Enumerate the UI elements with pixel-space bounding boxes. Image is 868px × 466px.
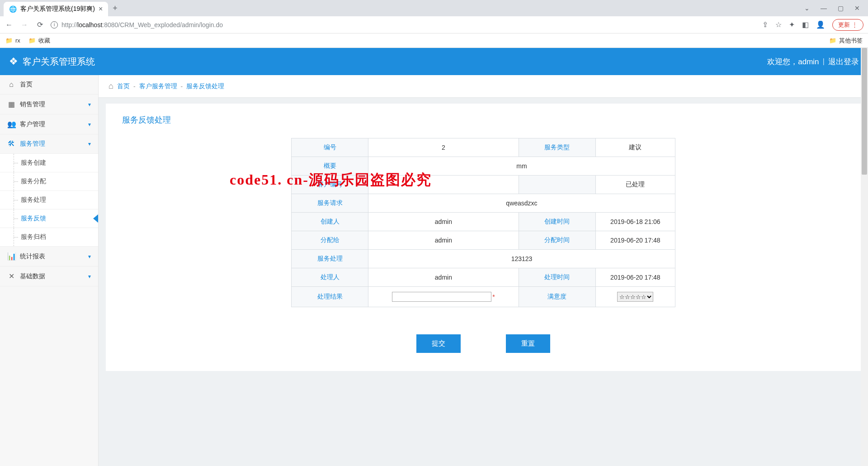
reset-button[interactable]: 重置 (506, 334, 550, 353)
update-button[interactable]: 更新⋮ (832, 19, 863, 31)
bookmark-rx[interactable]: 📁rx (5, 37, 20, 44)
sidepanel-icon[interactable]: ◧ (802, 20, 809, 29)
submenu-service: 服务创建 服务分配 服务处理 服务反馈 服务归档 (0, 154, 98, 247)
table-row: 客户编号 已处理 (292, 176, 675, 194)
chart-icon: 📊 (7, 252, 15, 261)
table-row: 服务请求 qweasdzxc (292, 194, 675, 213)
value-assign-to: admin (368, 231, 519, 250)
sub-item-label: 服务反馈 (21, 214, 46, 223)
share-icon[interactable]: ⇪ (762, 20, 768, 29)
close-tab-icon[interactable]: × (99, 5, 103, 13)
label-id: 编号 (292, 138, 368, 157)
sub-item-process[interactable]: 服务处理 (0, 191, 98, 209)
profile-icon[interactable]: 👤 (816, 20, 825, 29)
table-row: 处理人 admin 处理时间 2019-06-20 17:48 (292, 268, 675, 287)
label-create-time: 创建时间 (519, 213, 595, 231)
scrollbar-thumb[interactable] (862, 48, 867, 175)
value-type: 建议 (595, 138, 675, 157)
label-status (519, 176, 595, 194)
sidebar-item-base[interactable]: ✕ 基础数据 ▾ (0, 266, 98, 286)
url-text: http://localhost:8080/CRM_Web_exploded/a… (61, 21, 223, 29)
separator: - (181, 83, 183, 90)
other-bookmarks[interactable]: 📁其他书签 (829, 37, 863, 45)
reload-button[interactable]: ⟳ (35, 20, 44, 29)
sub-item-assign[interactable]: 服务分配 (0, 172, 98, 191)
table-row: 服务处理 123123 (292, 250, 675, 268)
home-icon: ⌂ (7, 81, 15, 89)
sidebar-item-customer[interactable]: 👥 客户管理 ▾ (0, 114, 98, 134)
active-marker-icon (93, 214, 99, 223)
breadcrumb-l2[interactable]: 客户服务管理 (139, 82, 177, 90)
close-window-icon[interactable]: ✕ (854, 5, 860, 12)
site-info-icon[interactable]: i (51, 21, 58, 29)
result-input[interactable] (392, 292, 491, 302)
sidebar-item-label: 客户管理 (20, 120, 45, 128)
sub-item-label: 服务处理 (21, 196, 46, 204)
value-process: 123123 (368, 250, 675, 268)
folder-icon: 📁 (5, 37, 13, 44)
bookmark-fav[interactable]: 📁收藏 (28, 37, 50, 45)
sub-item-label: 服务分配 (21, 177, 46, 185)
sub-item-feedback[interactable]: 服务反馈 (0, 209, 98, 228)
sidebar-item-label: 销售管理 (20, 100, 45, 109)
breadcrumb-home[interactable]: 首页 (117, 82, 130, 90)
sidebar-item-stats[interactable]: 📊 统计报表 ▾ (0, 247, 98, 266)
divider: | (823, 57, 825, 66)
app-header: ❖ 客户关系管理系统 欢迎您，admin | 退出登录 (0, 48, 868, 75)
sub-item-create[interactable]: 服务创建 (0, 154, 98, 172)
required-marker: * (492, 293, 495, 300)
value-status: 已处理 (595, 176, 675, 194)
sub-item-label: 服务归档 (21, 233, 46, 241)
table-row: 分配给 admin 分配时间 2019-06-20 17:48 (292, 231, 675, 250)
value-process-time: 2019-06-20 17:48 (595, 268, 675, 287)
folder-icon: 📁 (28, 37, 36, 44)
label-summary: 概要 (292, 157, 368, 176)
sidebar: ⌂ 首页 ▦ 销售管理 ▾ 👥 客户管理 ▾ 🛠 服务管理 ▾ 服务创建 服务分… (0, 75, 99, 466)
minimize-icon[interactable]: — (821, 5, 827, 12)
chevron-down-icon: ▾ (88, 141, 91, 147)
label-result: 处理结果 (292, 287, 368, 307)
forward-button[interactable]: → (20, 21, 29, 29)
label-creator: 创建人 (292, 213, 368, 231)
breadcrumb-l3[interactable]: 服务反馈处理 (186, 82, 224, 90)
maximize-icon[interactable]: ▢ (838, 5, 844, 12)
extensions-icon[interactable]: ✦ (789, 20, 795, 29)
separator: - (133, 83, 136, 90)
new-tab-button[interactable]: + (113, 4, 118, 13)
label-processor: 处理人 (292, 268, 368, 287)
sidebar-item-label: 首页 (20, 81, 33, 89)
label-process-time: 处理时间 (519, 268, 595, 287)
sidebar-item-service[interactable]: 🛠 服务管理 ▾ (0, 134, 98, 154)
users-icon: 👥 (7, 120, 15, 128)
app: ❖ 客户关系管理系统 欢迎您，admin | 退出登录 ⌂ 首页 ▦ 销售管理 … (0, 48, 868, 466)
panel-title: 服务反馈处理 (122, 114, 844, 125)
form-table: 编号 2 服务类型 建议 概要 mm 客户编号 已处理 (291, 138, 675, 307)
browser-tab[interactable]: 🌐 客户关系管理系统(19郭爽) × (4, 2, 108, 16)
submit-button[interactable]: 提交 (416, 334, 461, 353)
satisfaction-select[interactable]: ☆☆☆☆☆ (617, 292, 653, 302)
star-icon[interactable]: ☆ (775, 20, 782, 29)
form-panel: 服务反馈处理 code51. cn-源码乐园盗图必究 编号 2 服务类型 建议 … (106, 104, 861, 371)
main-content: ⌂ 首页 - 客户服务管理 - 服务反馈处理 服务反馈处理 code51. cn… (99, 75, 868, 466)
bookmarks-bar: 📁rx 📁收藏 📁其他书签 (0, 33, 868, 48)
grid-icon: ▦ (7, 100, 15, 109)
sub-item-label: 服务创建 (21, 159, 46, 167)
breadcrumb: ⌂ 首页 - 客户服务管理 - 服务反馈处理 (99, 75, 868, 97)
url-field[interactable]: i http://localhost:8080/CRM_Web_exploded… (51, 21, 756, 29)
value-processor: admin (368, 268, 519, 287)
value-create-time: 2019-06-18 21:06 (595, 213, 675, 231)
sub-item-archive[interactable]: 服务归档 (0, 228, 98, 247)
table-row: 创建人 admin 创建时间 2019-06-18 21:06 (292, 213, 675, 231)
sidebar-item-home[interactable]: ⌂ 首页 (0, 75, 98, 95)
chevron-down-icon: ▾ (88, 121, 91, 128)
scrollbar-track[interactable] (861, 48, 868, 466)
table-row: 概要 mm (292, 157, 675, 176)
chevron-down-icon[interactable]: ⌄ (804, 5, 810, 12)
label-cust-no: 客户编号 (292, 176, 368, 194)
sidebar-item-sales[interactable]: ▦ 销售管理 ▾ (0, 95, 98, 114)
logout-link[interactable]: 退出登录 (828, 57, 859, 67)
back-button[interactable]: ← (5, 21, 14, 29)
value-request: qweasdzxc (368, 194, 675, 213)
app-title: 客户关系管理系统 (23, 56, 95, 68)
cell-satisfaction: ☆☆☆☆☆ (595, 287, 675, 307)
